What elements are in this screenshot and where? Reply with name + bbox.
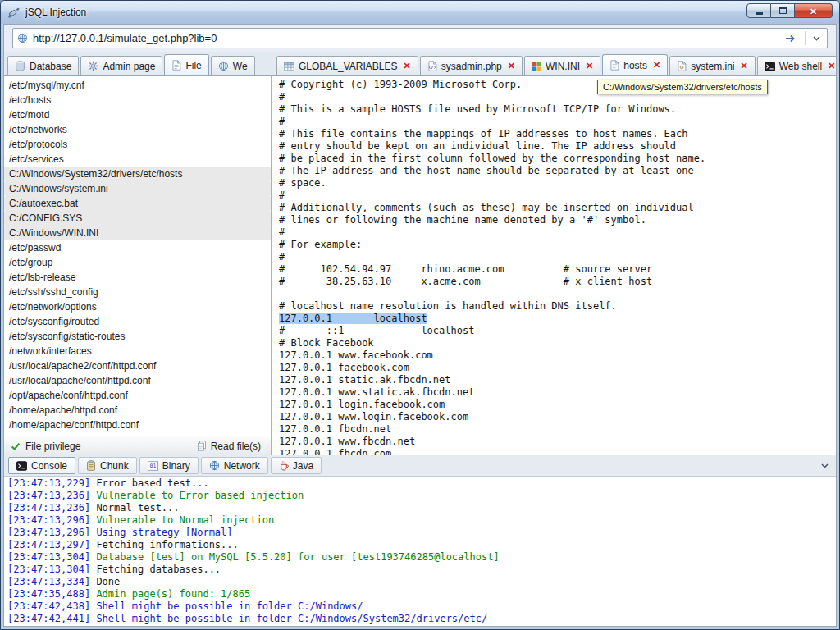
file-path-item[interactable]: /etc/sysconfig/static-routes [4, 329, 271, 344]
file-path-item[interactable]: /home/apache/conf/httpd.conf [4, 418, 271, 432]
hosts-file-line: # 102.54.94.97 rhino.acme.com # source s… [279, 263, 836, 276]
tab-label: GLOBAL_VARIABLES [299, 61, 398, 72]
read-files-button[interactable]: Read file(s) [194, 440, 264, 453]
file-path-item[interactable]: /etc/passwd [4, 240, 271, 255]
console-timestamp: [23:47:13,334] [7, 576, 90, 587]
tab-close-icon[interactable]: ✕ [404, 61, 411, 71]
console-message: Admin page(s) found: 1/865 [90, 588, 250, 600]
binary-icon: 01 [148, 461, 158, 471]
window-controls [746, 3, 833, 18]
close-icon [810, 3, 817, 18]
tab-close-icon[interactable]: ✕ [586, 61, 593, 71]
maximize-icon [779, 7, 787, 14]
file-path-item[interactable]: /network/interfaces [4, 344, 271, 358]
file-path-item[interactable]: /etc/motd [4, 107, 271, 122]
console-tab-network[interactable]: Network [201, 457, 268, 474]
console-message: Fetching databases... [90, 564, 221, 575]
hosts-file-line: # Block Facebook [279, 337, 836, 349]
url-dropdown-button[interactable] [810, 36, 823, 41]
tab-label: Web shell [779, 61, 822, 72]
terminal-icon [765, 62, 775, 71]
console-line: [23:47:13,296] Using strategy [Normal] [7, 527, 836, 539]
tab-tooltip: C:/Windows/System32/drivers/etc/hosts [597, 80, 768, 94]
tab-close-icon[interactable]: ✕ [653, 60, 660, 71]
document-icon [609, 60, 619, 71]
app-window: jSQL Injection http://127.0.0.1/simulate… [0, 0, 840, 630]
file-path-item[interactable]: /etc/group [4, 255, 271, 270]
titlebar[interactable]: jSQL Injection [1, 1, 839, 24]
file-path-item[interactable]: /etc/sysconfig/routed [4, 314, 271, 329]
globe-icon [218, 61, 229, 71]
tab-we[interactable]: We [211, 56, 255, 75]
minimize-button[interactable] [746, 3, 771, 18]
file-content-viewer[interactable]: # Copyright (c) 1993-2009 Microsoft Corp… [272, 76, 836, 455]
file-path-item[interactable]: C:/autoexec.bat [4, 196, 271, 211]
file-path-item[interactable]: /etc/ssh/sshd_config [4, 285, 271, 299]
file-path-item[interactable]: /usr/local/apache/conf/httpd.conf [4, 373, 271, 388]
file-path-item[interactable]: /etc/network/options [4, 299, 271, 314]
console-message: Done [90, 576, 120, 587]
file-path-item[interactable]: /etc/protocols [4, 137, 271, 152]
file-path-item[interactable]: C:/Windows/System32/drivers/etc/hosts [4, 167, 271, 181]
url-input[interactable]: http://127.0.0.1/simulate_get.php?lib=0 [33, 32, 777, 44]
file-path-item[interactable]: C:/Windows/WIN.INI [4, 226, 271, 240]
tab-database[interactable]: Database [7, 56, 79, 75]
tab-sysadmin-php[interactable]: sysadmin.php✕ [420, 56, 523, 75]
console-tab-java[interactable]: Java [271, 457, 322, 474]
tab-web-shell[interactable]: Web shell✕ [757, 56, 836, 75]
console-line: [23:47:13,304] Database [test] on MySQL … [7, 551, 836, 564]
file-path-item[interactable]: C:/Windows/system.ini [4, 181, 271, 196]
close-button[interactable] [795, 3, 833, 18]
maximize-button[interactable] [771, 3, 795, 18]
chevron-down-icon [813, 36, 820, 41]
file-path-item[interactable]: /etc/lsb-release [4, 270, 271, 285]
tab-hosts[interactable]: hosts✕ [602, 54, 668, 75]
selected-text: 127.0.0.1 localhost [279, 313, 427, 324]
console-tab-binary[interactable]: 01Binary [139, 457, 199, 474]
file-path-item[interactable]: /etc/hosts [4, 93, 271, 107]
hosts-file-line: # The IP address and the host name shoul… [279, 165, 836, 177]
console-message: Vulnerable to Normal injection [90, 514, 274, 526]
console-tab-chunk[interactable]: Chunk [78, 457, 137, 474]
chevron-down-icon [821, 463, 829, 468]
file-path-item[interactable]: /usr/local/apache2/conf/httpd.conf [4, 358, 271, 373]
file-path-list[interactable]: /etc/mysql/my.cnf/etc/hosts/etc/motd/etc… [4, 76, 271, 436]
file-path-item[interactable]: C:/CONFIG.SYS [4, 211, 271, 226]
console-dropdown-button[interactable] [818, 463, 832, 468]
file-path-item[interactable]: /etc/services [4, 152, 271, 167]
file-path-item[interactable]: /home/apache/httpd.conf [4, 403, 271, 418]
hosts-file-line: # ::1 localhost [279, 325, 836, 337]
tab-admin-page[interactable]: Admin page [80, 56, 162, 75]
file-path-item[interactable]: /etc/mysql/my.cnf [4, 78, 271, 93]
console-message: Fetching informations... [90, 539, 239, 550]
tab-win-ini[interactable]: WIN.INI✕ [524, 56, 600, 75]
console-output[interactable]: [23:47:13,229] Error based test...[23:47… [4, 477, 836, 626]
tab-close-icon[interactable]: ✕ [740, 61, 747, 71]
hosts-file-line [279, 288, 836, 300]
tab-label: Database [30, 61, 71, 72]
tab-file[interactable]: File [164, 54, 208, 75]
url-combo[interactable]: http://127.0.0.1/simulate_get.php?lib=0 [12, 28, 828, 48]
hosts-file-line: 127.0.0.1 www.facebook.com [279, 349, 836, 362]
hosts-file-line: # localhost name resolution is handled w… [279, 300, 836, 313]
network-icon [209, 460, 220, 471]
go-arrow-icon [784, 34, 797, 43]
ini-icon [677, 61, 687, 71]
tab-system-ini[interactable]: system.ini✕ [669, 56, 756, 75]
tab-label: hosts [623, 60, 647, 71]
window-title: jSQL Injection [25, 7, 86, 18]
address-bar-row: http://127.0.0.1/simulate_get.php?lib=0 [3, 24, 837, 52]
tab-close-icon[interactable]: ✕ [508, 61, 515, 71]
file-path-item[interactable]: /opt/apache/conf/httpd.conf [4, 388, 271, 403]
console-message: Vulnerable to Error based injection [90, 490, 304, 501]
globe-icon [17, 33, 28, 43]
file-path-item[interactable]: /etc/networks [4, 122, 271, 137]
console-tab-console[interactable]: Console [8, 457, 75, 474]
tab-global-variables[interactable]: GLOBAL_VARIABLES✕ [276, 56, 418, 75]
console-message: Shell might be possible in folder C:/Win… [90, 600, 363, 612]
console-timestamp: [23:47:13,304] [7, 564, 90, 575]
svg-text:01: 01 [149, 463, 156, 469]
hosts-file-line: 127.0.0.1 localhost [279, 313, 836, 325]
go-button[interactable] [782, 34, 800, 43]
tab-close-icon[interactable]: ✕ [828, 61, 835, 71]
